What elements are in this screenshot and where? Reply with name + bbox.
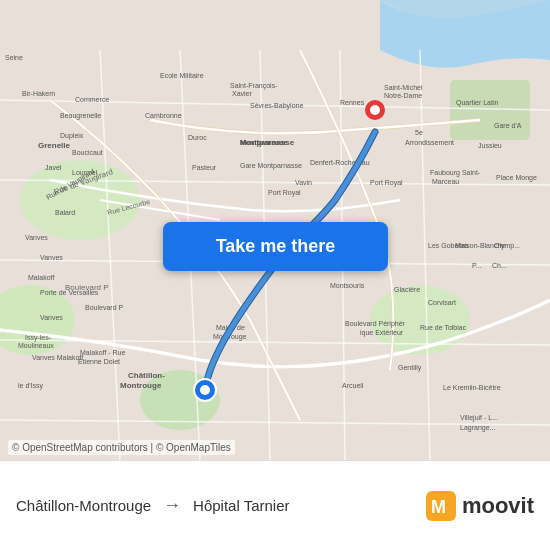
map-container: Rue de Vaugirard Rue Lecourbe Boulevard … <box>0 0 550 460</box>
svg-text:Glacière: Glacière <box>394 286 420 293</box>
svg-text:Seine: Seine <box>5 54 23 61</box>
svg-text:Commerce: Commerce <box>75 96 109 103</box>
destination-marker <box>365 100 385 120</box>
svg-point-81 <box>370 105 380 115</box>
svg-text:Gentilly: Gentilly <box>398 364 422 372</box>
svg-text:Saint-François-: Saint-François- <box>230 82 278 90</box>
svg-text:5e: 5e <box>415 129 423 136</box>
svg-text:Malakoff - Rue: Malakoff - Rue <box>80 349 125 356</box>
svg-text:Place Monge: Place Monge <box>496 174 537 182</box>
svg-text:Gare d'A: Gare d'A <box>494 122 522 129</box>
svg-text:ique Extérieur: ique Extérieur <box>360 329 404 337</box>
svg-text:Bir-Hakem: Bir-Hakem <box>22 90 55 97</box>
svg-text:Vanves: Vanves <box>40 254 63 261</box>
svg-text:Châtillon-: Châtillon- <box>128 371 165 380</box>
svg-text:Duroc: Duroc <box>188 134 207 141</box>
moovit-logo: M moovit <box>426 491 534 521</box>
svg-text:Lagrange...: Lagrange... <box>460 424 495 432</box>
svg-text:Boucicaut: Boucicaut <box>72 149 103 156</box>
svg-text:Ch...: Ch... <box>492 262 507 269</box>
from-station-label: Châtillon-Montrouge <box>16 497 151 514</box>
svg-text:Montparnasse: Montparnasse <box>240 139 288 147</box>
svg-text:Porte de Versailles: Porte de Versailles <box>40 289 99 296</box>
svg-text:Balard: Balard <box>55 209 75 216</box>
svg-text:Gare Montparnasse: Gare Montparnasse <box>240 162 302 170</box>
map-attribution: © OpenStreetMap contributors | © OpenMap… <box>8 440 235 455</box>
svg-text:Javel: Javel <box>45 164 62 171</box>
svg-text:Boulevard Périphér: Boulevard Périphér <box>345 320 406 328</box>
svg-text:Arrondissement: Arrondissement <box>405 139 454 146</box>
svg-text:Cambronne: Cambronne <box>145 112 182 119</box>
svg-text:Vanves: Vanves <box>40 314 63 321</box>
svg-text:Villejuif - L...: Villejuif - L... <box>460 414 498 422</box>
to-station-label: Hôpital Tarnier <box>193 497 289 514</box>
svg-text:Rennes: Rennes <box>340 99 365 106</box>
moovit-brand-text: moovit <box>462 493 534 519</box>
svg-text:Grenelle: Grenelle <box>38 141 71 150</box>
svg-text:Boulevard P: Boulevard P <box>85 304 123 311</box>
take-me-there-button[interactable]: Take me there <box>163 222 388 271</box>
svg-text:Vanves: Vanves <box>25 234 48 241</box>
svg-text:Arcueil: Arcueil <box>342 382 364 389</box>
svg-text:Olymp...: Olymp... <box>494 242 520 250</box>
svg-text:Port Royal: Port Royal <box>268 189 301 197</box>
svg-text:Le Kremlin-Bicêtre: Le Kremlin-Bicêtre <box>443 384 501 391</box>
route-arrow-icon: → <box>163 495 181 516</box>
svg-text:Vanves Malakoff: Vanves Malakoff <box>32 354 83 361</box>
svg-text:le d'Issy: le d'Issy <box>18 382 44 390</box>
svg-text:Vavin: Vavin <box>295 179 312 186</box>
start-marker <box>193 378 217 402</box>
svg-text:Ecole Militaire: Ecole Militaire <box>160 72 204 79</box>
svg-text:Malakoff: Malakoff <box>28 274 54 281</box>
svg-text:Étienne Dolet: Étienne Dolet <box>78 357 120 365</box>
svg-text:Sèvres-Babylone: Sèvres-Babylone <box>250 102 303 110</box>
svg-text:Corvisart: Corvisart <box>428 299 456 306</box>
moovit-icon: M <box>426 491 456 521</box>
svg-text:Issy-les-: Issy-les- <box>25 334 52 342</box>
bottom-bar: Châtillon-Montrouge → Hôpital Tarnier M … <box>0 460 550 550</box>
svg-text:Saint-Michel: Saint-Michel <box>384 84 423 91</box>
route-info: Châtillon-Montrouge → Hôpital Tarnier <box>16 495 290 516</box>
svg-text:Faubourg Saint-: Faubourg Saint- <box>430 169 481 177</box>
svg-text:Port Royal: Port Royal <box>370 179 403 187</box>
svg-text:Notre-Dame: Notre-Dame <box>384 92 422 99</box>
svg-text:M: M <box>431 497 446 517</box>
svg-text:Quartier Latin: Quartier Latin <box>456 99 499 107</box>
svg-text:Marceau: Marceau <box>432 178 459 185</box>
svg-text:Jussieu: Jussieu <box>478 142 502 149</box>
svg-text:Beaugrenelle: Beaugrenelle <box>60 112 101 120</box>
svg-point-84 <box>200 385 210 395</box>
svg-text:P...: P... <box>472 262 482 269</box>
svg-text:Montrouge: Montrouge <box>120 381 162 390</box>
svg-text:Pasteur: Pasteur <box>192 164 217 171</box>
svg-text:Xavier: Xavier <box>232 90 253 97</box>
svg-text:Rue de Tolbiac: Rue de Tolbiac <box>420 324 467 331</box>
svg-text:Moulineaux: Moulineaux <box>18 342 54 349</box>
svg-text:Dupleix: Dupleix <box>60 132 84 140</box>
svg-text:Montsouris: Montsouris <box>330 282 365 289</box>
